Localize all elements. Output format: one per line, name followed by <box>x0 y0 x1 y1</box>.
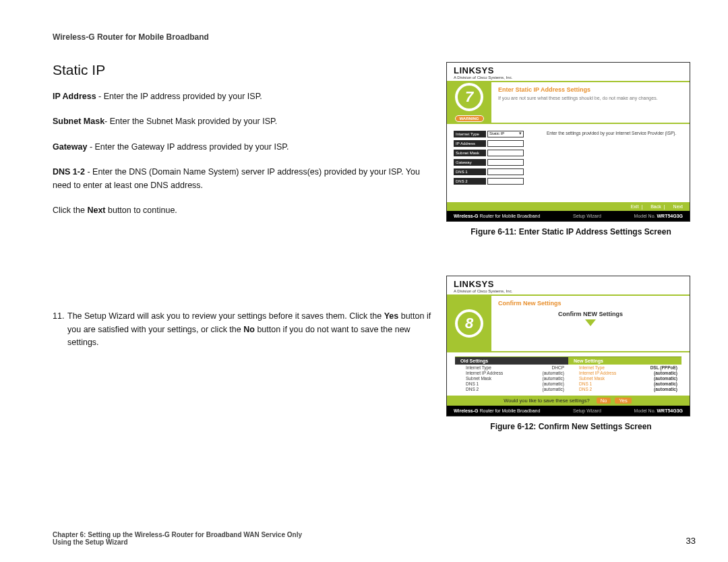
para-ip: IP Address - Enter the IP address provid… <box>53 90 433 103</box>
banner-title: Enter Static IP Address Settings <box>498 86 683 93</box>
yes-button[interactable]: Yes <box>615 398 631 404</box>
screenshot-confirm: LINKSYS A Division of Cisco Systems, Inc… <box>446 276 690 416</box>
page-footer: Chapter 6: Setting up the Wireless-G Rou… <box>53 531 696 546</box>
section-title-static-ip: Static IP <box>53 62 433 78</box>
para-next: Click the Next button to continue. <box>53 204 433 217</box>
figure-caption-6-12: Figure 6-12: Confirm New Settings Screen <box>446 422 696 431</box>
internet-type-select[interactable]: Static IP <box>487 131 524 137</box>
step-number: 7 <box>455 83 483 111</box>
warning-badge: WARNING <box>455 115 484 122</box>
screenshot-static-ip: LINKSYS A Division of Cisco Systems, Inc… <box>446 62 690 222</box>
page-number: 33 <box>686 536 696 546</box>
para-dns: DNS 1-2 - Enter the DNS (Domain Name Sys… <box>53 166 433 192</box>
linksys-logo: LINKSYS <box>454 279 683 289</box>
dns2-input[interactable] <box>487 178 524 185</box>
gateway-input[interactable] <box>487 159 524 166</box>
dns1-input[interactable] <box>487 168 524 175</box>
figure-caption-6-11: Figure 6-11: Enter Static IP Address Set… <box>446 227 696 237</box>
exit-button[interactable]: Exit <box>631 204 639 209</box>
back-button[interactable]: Back <box>650 204 661 209</box>
no-button[interactable]: No <box>597 398 611 404</box>
linksys-logo: LINKSYS <box>454 65 683 75</box>
para-subnet: Subnet Mask- Enter the Subnet Mask provi… <box>53 115 433 128</box>
para-gateway: Gateway - Enter the Gateway IP address p… <box>53 141 433 154</box>
para-step11: 11. The Setup Wizard will ask you to rev… <box>53 310 433 349</box>
doc-header: Wireless-G Router for Mobile Broadband <box>53 32 696 42</box>
subnet-mask-input[interactable] <box>487 150 524 156</box>
next-button[interactable]: Next <box>673 204 683 209</box>
product-name: Wireless-G Router for Mobile Broadband <box>454 408 540 413</box>
fields-panel: Internet TypeStatic IP IP Address Subnet… <box>454 131 540 195</box>
settings-comparison-table: Old Settings Internet TypeDHCP Internet … <box>455 356 681 392</box>
ip-address-input[interactable] <box>487 140 524 147</box>
chevron-down-icon <box>585 319 596 326</box>
product-name: Wireless-G Router for Mobile Broadband <box>454 214 540 218</box>
step-number: 8 <box>455 309 483 338</box>
banner-title: Confirm New Settings <box>498 300 683 307</box>
